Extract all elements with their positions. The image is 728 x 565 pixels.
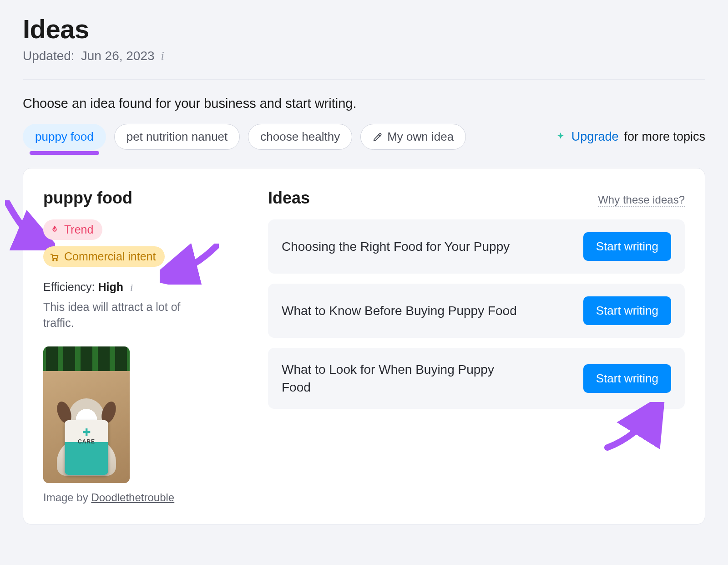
upgrade-link[interactable]: Upgrade xyxy=(571,130,619,144)
start-writing-button[interactable]: Start writing xyxy=(583,364,671,393)
updated-line: Updated: Jun 26, 2023 i xyxy=(23,49,705,80)
trend-badge: Trend xyxy=(43,219,102,240)
efficiency-desc: This idea will attract a lot of traffic. xyxy=(43,299,212,331)
upgrade-cta: Upgrade for more topics xyxy=(555,130,705,144)
ideas-panel: Ideas Why these ideas? Choosing the Righ… xyxy=(268,188,685,504)
topic-badges: Trend Commercial intent xyxy=(43,219,248,267)
svg-point-0 xyxy=(53,260,54,261)
info-icon[interactable]: i xyxy=(161,50,164,62)
start-writing-button[interactable]: Start writing xyxy=(583,232,671,261)
info-icon[interactable]: i xyxy=(130,282,133,293)
efficiency-label: Efficiency: xyxy=(43,280,95,293)
updated-prefix: Updated: xyxy=(23,49,75,63)
efficiency-value: High xyxy=(98,280,123,293)
topic-title: puppy food xyxy=(43,188,248,208)
start-writing-button[interactable]: Start writing xyxy=(583,296,671,325)
intent-label: Commercial intent xyxy=(64,250,156,263)
efficiency-line: Efficiency: High i xyxy=(43,280,248,294)
annotation-arrow-start xyxy=(603,402,667,452)
idea-row: What to Look for When Buying Puppy Food … xyxy=(268,348,685,409)
chip-label: choose healthy xyxy=(260,130,340,144)
chip-my-own-idea[interactable]: My own idea xyxy=(360,124,466,150)
ideas-heading: Ideas xyxy=(268,188,310,208)
upgrade-suffix: for more topics xyxy=(624,130,705,144)
svg-point-1 xyxy=(56,260,57,261)
idea-text: What to Know Before Buying Puppy Food xyxy=(282,302,517,320)
topic-left-panel: puppy food Trend Commercial intent Effic… xyxy=(43,188,248,504)
chip-pet-nutrition[interactable]: pet nutrition nanuet xyxy=(114,124,240,150)
chip-label: puppy food xyxy=(35,130,94,144)
chip-puppy-food[interactable]: puppy food xyxy=(23,124,106,150)
topic-chip-row: puppy food pet nutrition nanuet choose h… xyxy=(23,124,705,150)
idea-row: Choosing the Right Food for Your Puppy S… xyxy=(268,219,685,274)
topic-image: CARE xyxy=(43,346,130,483)
image-credit: Image by Doodlethetrouble xyxy=(43,491,248,504)
flame-icon xyxy=(50,225,60,235)
prompt-text: Choose an idea found for your business a… xyxy=(23,96,705,111)
updated-date: Jun 26, 2023 xyxy=(81,49,155,63)
credit-link[interactable]: Doodlethetrouble xyxy=(91,491,174,504)
trend-label: Trend xyxy=(64,223,93,236)
bag-label: CARE xyxy=(78,438,95,445)
idea-text: What to Look for When Buying Puppy Food xyxy=(282,361,518,396)
chip-choose-healthy[interactable]: choose healthy xyxy=(248,124,352,150)
cart-tag-icon xyxy=(50,252,60,262)
idea-row: What to Know Before Buying Puppy Food St… xyxy=(268,284,685,338)
sparkle-icon xyxy=(555,132,566,143)
chip-label: pet nutrition nanuet xyxy=(126,130,228,144)
credit-prefix: Image by xyxy=(43,491,88,504)
idea-text: Choosing the Right Food for Your Puppy xyxy=(282,238,510,255)
page-title: Ideas xyxy=(23,14,705,44)
chip-label: My own idea xyxy=(387,130,454,144)
why-these-ideas-link[interactable]: Why these ideas? xyxy=(598,193,685,207)
topic-card: puppy food Trend Commercial intent Effic… xyxy=(23,168,705,524)
pencil-icon xyxy=(373,132,383,142)
commercial-intent-badge: Commercial intent xyxy=(43,246,165,267)
